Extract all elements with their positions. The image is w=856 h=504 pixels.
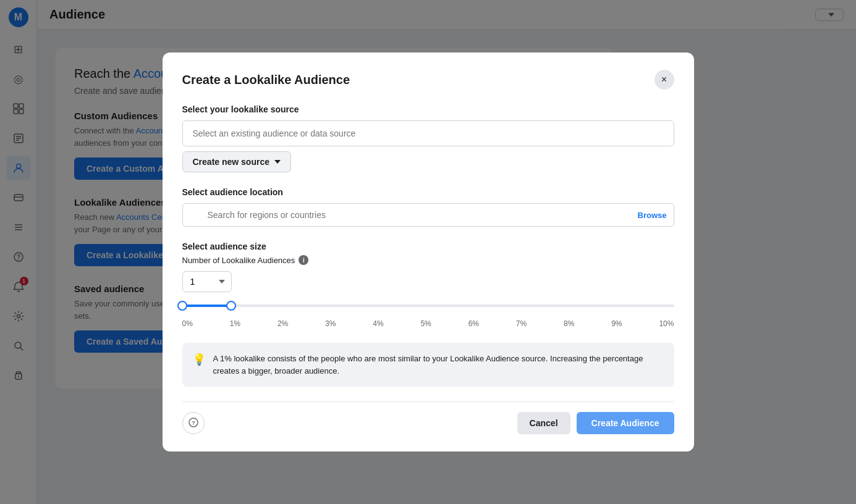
footer-buttons: Cancel Create Audience <box>517 412 674 434</box>
create-audience-button[interactable]: Create Audience <box>577 412 674 434</box>
slider-label-5: 5% <box>420 319 431 328</box>
info-box-text: A 1% lookalike consists of the people wh… <box>213 353 664 377</box>
location-input[interactable] <box>182 203 674 227</box>
modal-title: Create a Lookalike Audience <box>182 73 350 87</box>
number-select[interactable]: 1 2 3 4 5 <box>182 271 232 292</box>
location-label: Select audience location <box>182 187 674 197</box>
slider-labels: 0% 1% 2% 3% 4% 5% 6% 7% 8% 9% 10% <box>182 319 674 328</box>
slider-label-3: 3% <box>325 319 336 328</box>
size-section: Select audience size Number of Lookalike… <box>182 242 674 328</box>
create-source-button[interactable]: Create new source <box>182 151 292 172</box>
size-sub-label: Number of Lookalike Audiences i <box>182 255 674 265</box>
lightbulb-icon: 💡 <box>192 353 206 366</box>
modal-overlay: Create a Lookalike Audience × Select you… <box>0 0 856 504</box>
browse-button[interactable]: Browse <box>638 211 667 220</box>
help-button[interactable]: ? <box>182 412 205 434</box>
size-label: Select audience size <box>182 242 674 251</box>
info-icon[interactable]: i <box>299 255 308 265</box>
slider-label-10: 10% <box>659 319 674 328</box>
slider-label-2: 2% <box>278 319 288 328</box>
slider-label-9: 9% <box>611 319 622 328</box>
slider-label-6: 6% <box>468 319 479 328</box>
info-box: 💡 A 1% lookalike consists of the people … <box>182 343 674 387</box>
svg-text:?: ? <box>192 420 195 426</box>
slider-fill <box>182 304 232 307</box>
audience-size-slider[interactable] <box>182 295 674 317</box>
slider-label-1: 1% <box>230 319 240 328</box>
cancel-button[interactable]: Cancel <box>517 412 570 434</box>
close-icon: × <box>661 74 667 85</box>
slider-label-4: 4% <box>373 319 383 328</box>
help-icon: ? <box>189 418 198 429</box>
modal-header: Create a Lookalike Audience × <box>182 70 674 90</box>
modal-close-button[interactable]: × <box>655 70 674 90</box>
slider-track <box>182 304 674 307</box>
source-input[interactable] <box>182 120 674 146</box>
slider-label-8: 8% <box>564 319 574 328</box>
slider-label-0: 0% <box>182 319 193 328</box>
slider-thumb-right[interactable] <box>226 301 236 311</box>
slider-label-7: 7% <box>516 319 527 328</box>
location-section: Select audience location Browse <box>182 187 674 227</box>
slider-thumb-left[interactable] <box>177 301 187 311</box>
modal-footer: ? Cancel Create Audience <box>182 401 674 434</box>
location-search-wrap: Browse <box>182 203 674 227</box>
source-label: Select your lookalike source <box>182 104 674 114</box>
source-section: Select your lookalike source Create new … <box>182 104 674 172</box>
create-source-label: Create new source <box>193 157 270 167</box>
create-lookalike-modal: Create a Lookalike Audience × Select you… <box>163 52 694 452</box>
